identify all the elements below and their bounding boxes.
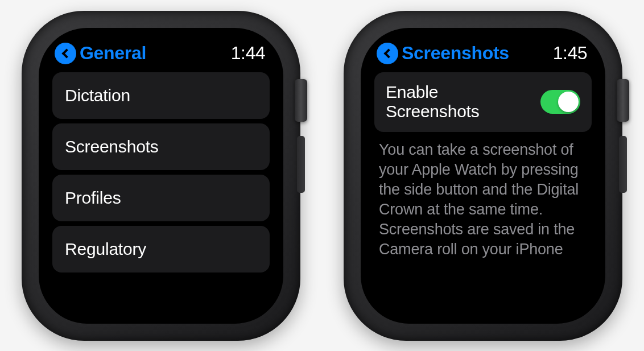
- toggle-knob: [558, 92, 579, 112]
- toggle-label: Enable Screenshots: [386, 82, 532, 122]
- description-text: You can take a screenshot of your Apple …: [374, 132, 592, 260]
- watch-right: Screenshots 1:45 Enable Screenshots You …: [344, 11, 622, 341]
- side-button[interactable]: [619, 136, 627, 193]
- back-button[interactable]: Screenshots: [377, 43, 509, 64]
- menu-list: Dictation Screenshots Profiles Regulator…: [52, 72, 270, 311]
- menu-item-regulatory[interactable]: Regulatory: [52, 226, 270, 272]
- clock-time: 1:45: [553, 43, 587, 64]
- menu-item-screenshots[interactable]: Screenshots: [52, 123, 270, 170]
- watch-left: General 1:44 Dictation Screenshots Profi…: [22, 11, 300, 341]
- page-title: General: [80, 43, 146, 64]
- chevron-left-icon: [62, 48, 72, 58]
- chevron-left-icon: [384, 48, 394, 58]
- screen-general: General 1:44 Dictation Screenshots Profi…: [39, 28, 283, 324]
- page-title: Screenshots: [402, 43, 509, 64]
- menu-item-profiles[interactable]: Profiles: [52, 175, 270, 221]
- screen-screenshots: Screenshots 1:45 Enable Screenshots You …: [361, 28, 605, 324]
- side-button[interactable]: [297, 136, 305, 193]
- back-icon: [377, 43, 398, 64]
- enable-screenshots-toggle[interactable]: [540, 90, 580, 114]
- status-bar: Screenshots 1:45: [374, 40, 592, 72]
- watch-case: General 1:44 Dictation Screenshots Profi…: [22, 11, 300, 341]
- back-icon: [55, 43, 76, 64]
- menu-item-dictation[interactable]: Dictation: [52, 72, 270, 119]
- digital-crown[interactable]: [295, 79, 307, 122]
- digital-crown[interactable]: [617, 79, 629, 122]
- clock-time: 1:44: [231, 43, 265, 64]
- watch-case: Screenshots 1:45 Enable Screenshots You …: [344, 11, 622, 341]
- enable-screenshots-row[interactable]: Enable Screenshots: [374, 72, 592, 132]
- status-bar: General 1:44: [52, 40, 270, 72]
- back-button[interactable]: General: [55, 43, 146, 64]
